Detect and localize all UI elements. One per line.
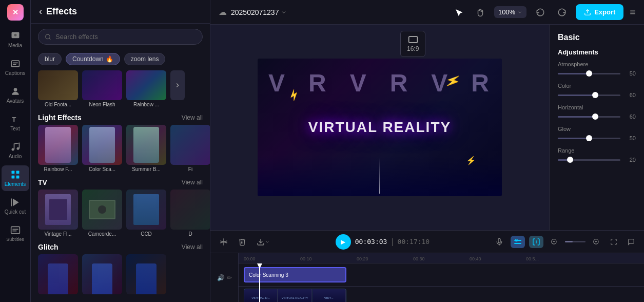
hand-icon: [476, 8, 485, 17]
video-thumb-seg-2: VIRTUAL REALITY: [278, 289, 311, 302]
thumb-label-summer-b: Summer B...: [126, 166, 166, 172]
media-icon: [10, 31, 21, 41]
horizontal-thumb[interactable]: [592, 114, 598, 120]
glow-slider[interactable]: [558, 138, 620, 139]
download-button[interactable]: [253, 236, 273, 248]
main-area: ☁ 202502071237 100% Export ≡: [210, 0, 644, 302]
zoom-selector[interactable]: 100%: [494, 6, 526, 18]
sidebar: ✕ Media Captions Avatars T Text Audio El…: [0, 0, 31, 302]
sidebar-label-elements: Elements: [5, 181, 26, 187]
tag-zoom[interactable]: zoom lens: [124, 53, 166, 65]
search-input[interactable]: [55, 33, 196, 41]
delete-icon: [238, 238, 246, 246]
thumb-rainbow[interactable]: Rainbow ...: [126, 70, 166, 107]
light-effects-grid: Rainbow F... Color Sca... Summer B...: [31, 125, 210, 172]
sidebar-item-quickcut[interactable]: Quick cut: [2, 193, 29, 219]
sidebar-item-elements[interactable]: Elements: [2, 165, 29, 191]
section-light-effects-title: Light Effects: [38, 114, 82, 122]
align-button[interactable]: [511, 236, 525, 248]
thumb-label-old-footage: Old Foota...: [38, 102, 78, 107]
thumb-glitch-2[interactable]: [82, 254, 122, 296]
mic-button[interactable]: [492, 236, 506, 248]
sidebar-item-text[interactable]: T Text: [2, 110, 29, 136]
thumb-img-summer-b: [126, 125, 166, 165]
thumb-img-vintage-fl: [38, 190, 78, 230]
thumb-vintage-fl[interactable]: Vintage Fl...: [38, 190, 78, 237]
play-button[interactable]: ▶: [336, 234, 351, 250]
adjustments-title: Adjustments: [558, 48, 636, 56]
export-icon: [584, 9, 591, 16]
volume-icon[interactable]: 🔊: [217, 274, 225, 281]
undo-icon: [536, 8, 545, 17]
sidebar-item-avatars[interactable]: Avatars: [2, 82, 29, 108]
sidebar-item-media[interactable]: Media: [2, 27, 29, 52]
range-slider[interactable]: [558, 159, 620, 161]
view-all-tv[interactable]: View all: [182, 179, 203, 186]
atmosphere-thumb[interactable]: [586, 70, 592, 77]
zoom-slider[interactable]: [565, 241, 586, 242]
back-button[interactable]: ‹: [39, 6, 42, 17]
download-dropdown-icon: [265, 239, 270, 244]
ruler-mark-4: 00:40: [470, 256, 481, 261]
timeline-tracks: 00:00 00:10 00:20 00:30 00:40 00:5... Co…: [239, 253, 644, 302]
zoom-out-button[interactable]: [548, 236, 561, 248]
redo-button[interactable]: [554, 5, 570, 20]
split-button[interactable]: [217, 236, 231, 248]
chat-button[interactable]: [625, 236, 638, 248]
hand-tool-button[interactable]: [473, 5, 488, 20]
zoom-dropdown-icon: [517, 10, 522, 15]
fullscreen-button[interactable]: [607, 236, 620, 248]
minus-icon: [551, 238, 558, 246]
zoom-in-button[interactable]: [590, 236, 603, 248]
atmosphere-slider[interactable]: [558, 73, 620, 74]
range-thumb[interactable]: [567, 157, 573, 163]
sidebar-item-audio[interactable]: Audio: [2, 138, 29, 163]
horizontal-slider[interactable]: [558, 116, 620, 118]
app-logo: ✕: [7, 4, 24, 21]
lightning-3: ⚡: [466, 156, 476, 165]
edit-icon[interactable]: ✏: [227, 274, 232, 281]
thumb-rainbow-f[interactable]: Rainbow F...: [38, 125, 78, 172]
thumb-camcorde[interactable]: Camcorde...: [82, 190, 122, 237]
thumb-img-color-sca: [82, 125, 122, 165]
thumb-glitch-1[interactable]: [38, 254, 78, 296]
subtitles-icon: [10, 225, 21, 235]
mic-icon: [495, 238, 503, 246]
elements-icon: [10, 169, 21, 180]
thumb-color-sca[interactable]: Color Sca...: [82, 125, 122, 172]
color-slider[interactable]: [558, 95, 620, 96]
svg-rect-4: [13, 64, 16, 65]
sidebar-item-subtitles[interactable]: Subtitles: [2, 221, 29, 246]
horizontal-slider-item: Horizontal 60: [558, 104, 636, 120]
menu-button[interactable]: ≡: [630, 6, 636, 18]
view-all-light-effects[interactable]: View all: [182, 114, 203, 121]
playhead[interactable]: [259, 263, 260, 302]
delete-button[interactable]: [235, 236, 249, 248]
cursor-tool-button[interactable]: [451, 5, 466, 20]
thumb-old-footage[interactable]: Old Foota...: [38, 70, 78, 107]
thumb-label-rainbow: Rainbow ...: [126, 102, 166, 107]
aspect-ratio-icon: [408, 35, 418, 44]
thumb-next-button[interactable]: [170, 70, 185, 100]
time-ruler: 00:00 00:10 00:20 00:30 00:40 00:5...: [239, 253, 644, 263]
thumb-summer-b[interactable]: Summer B...: [126, 125, 166, 172]
color-thumb[interactable]: [592, 92, 598, 98]
view-all-glitch[interactable]: View all: [182, 243, 203, 251]
split2-button[interactable]: [529, 236, 543, 248]
tag-blur[interactable]: blur: [38, 53, 62, 65]
tag-countdown[interactable]: Countdown 🔥: [66, 53, 120, 65]
export-button[interactable]: Export: [576, 4, 623, 20]
thumb-fi[interactable]: Fi: [170, 125, 210, 172]
thumb-neon-flash[interactable]: Neon Flash: [82, 70, 122, 107]
video-track: VIRTUAL R... VIRTUAL REALITY VIRT...: [239, 287, 644, 302]
effect-track: Color Scanning 3: [239, 263, 644, 287]
thumb-ccd[interactable]: CCD: [126, 190, 166, 237]
time-total: 00:17:10: [398, 238, 430, 246]
thumb-d[interactable]: D: [170, 190, 210, 237]
avatars-icon: [10, 86, 21, 97]
sidebar-item-captions[interactable]: Captions: [2, 54, 29, 80]
undo-button[interactable]: [533, 5, 548, 20]
thumb-glitch-3[interactable]: [126, 254, 166, 296]
glow-thumb[interactable]: [586, 135, 592, 141]
range-row: 20: [558, 157, 636, 163]
